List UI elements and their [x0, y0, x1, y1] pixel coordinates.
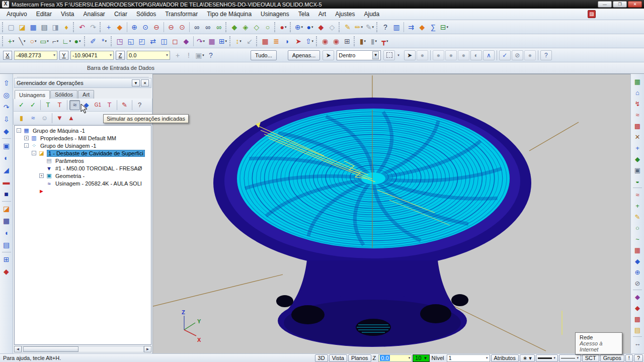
close-button[interactable]: ✕ [628, 1, 642, 8]
menu-item-transformar[interactable]: Transformar [160, 10, 202, 19]
chevron-down-icon[interactable]: ▾ [53, 53, 55, 57]
scroll-left-icon[interactable]: ◄ [14, 346, 22, 352]
chevron-down-icon[interactable]: ▾ [553, 356, 555, 360]
solid-red-icon[interactable]: ◆ [316, 22, 326, 32]
status-linestyle-button[interactable]: ▾ [536, 354, 558, 362]
edit-image-icon[interactable]: ▤ [632, 325, 643, 335]
tree-item[interactable]: ▼#1 - M50.00 TOROIDAL - FRESAØ [15, 164, 151, 172]
pencil-gray-icon[interactable]: ✎▾ [365, 22, 375, 32]
pattern-icon[interactable]: *▾ [99, 36, 109, 46]
report-icon[interactable]: ⊟▾ [439, 22, 449, 32]
xform-rotate-icon[interactable]: ↷▾ [196, 36, 206, 46]
save-icon[interactable]: ▦ [28, 22, 38, 32]
analyze-entity-icon[interactable]: ? [380, 22, 390, 32]
tree-item[interactable]: ≈Usinagem - 20582.4K - AULA SOLI [15, 179, 151, 187]
chevron-down-icon[interactable]: ▾ [409, 356, 411, 360]
chevron-down-icon[interactable]: ▾ [203, 39, 205, 43]
view-rotate2-icon[interactable]: ≈ [632, 190, 643, 200]
create-primitive-icon[interactable]: ●▾ [72, 36, 83, 46]
status-planos-button[interactable]: Planos [348, 354, 371, 362]
menu-item-vista[interactable]: Vista [56, 10, 78, 19]
zoom-in-icon[interactable]: ⊕ [129, 22, 139, 32]
solid-draft-icon[interactable]: ◪ [1, 203, 12, 214]
create-fillet-icon[interactable]: ⌐▾ [50, 36, 60, 46]
panel-collapse-button[interactable]: ▼ [132, 79, 140, 86]
selection-mode-select[interactable]: Dentro ▼ [337, 50, 381, 60]
flower-1-icon[interactable]: ◉ [320, 36, 330, 46]
chevron-down-icon[interactable]: ▾ [239, 39, 242, 43]
redo-icon[interactable]: ↷ [88, 22, 98, 32]
solid-history-icon[interactable]: ▤ [1, 239, 12, 250]
chevron-down-icon[interactable]: ▾ [364, 39, 366, 43]
scroll-thumb[interactable] [23, 346, 78, 352]
chevron-down-icon[interactable]: ▾ [375, 39, 377, 43]
solid-fillet-icon[interactable]: ◆ [1, 126, 12, 137]
restore-button[interactable]: ❐ [613, 1, 627, 8]
xform-array-icon[interactable]: ▦ [207, 36, 217, 46]
edit-curve-icon[interactable]: ~ [632, 234, 643, 244]
chevron-down-icon[interactable]: ▾ [110, 53, 112, 57]
tree-expander-icon[interactable]: - [17, 128, 21, 133]
chevron-down-icon[interactable]: ▼ [424, 356, 428, 360]
edit-multigrid-icon[interactable]: ▩ [632, 314, 643, 324]
chevron-down-icon[interactable]: ▾ [386, 39, 388, 43]
menu-item-art[interactable]: Art [314, 10, 331, 19]
edit-purple-icon[interactable]: ◆ [632, 292, 643, 302]
z-axis-button[interactable]: Z [116, 51, 125, 60]
rocket-icon[interactable]: ➤ [293, 36, 303, 46]
select-all-button[interactable]: Tudo... [251, 50, 277, 60]
simulate-ops-icon[interactable]: ≈ [69, 100, 80, 110]
create-polyline-icon[interactable]: ∟▾ [61, 36, 71, 46]
tree-expander-icon[interactable]: + [39, 173, 44, 178]
regen-dirty-icon[interactable]: T [54, 100, 65, 110]
binoculars-check-icon[interactable]: ∞ [214, 22, 224, 32]
new-file-icon[interactable]: ▢ [6, 22, 16, 32]
minimize-button[interactable]: — [598, 1, 612, 8]
window-select-button[interactable] [383, 50, 395, 60]
tree-expander-icon[interactable]: - [32, 151, 36, 155]
chevron-down-icon[interactable]: ▾ [372, 25, 374, 29]
menu-record-icon[interactable]: ▨ [588, 10, 596, 18]
select-disabled-2-icon[interactable]: ● [433, 50, 444, 60]
help-icon[interactable]: ? [206, 50, 216, 60]
edit-circle-icon[interactable]: ○ [632, 223, 643, 233]
solid-sweep-icon[interactable]: ↷ [1, 102, 12, 113]
edit-cube-icon[interactable]: ◆ [632, 256, 643, 266]
select-validate-icon[interactable]: ✓ [499, 50, 511, 60]
stock-icon[interactable]: ▮▾ [358, 36, 368, 46]
chevron-down-icon[interactable]: ▾ [13, 39, 15, 43]
data-entry-bar[interactable]: Barra de Entrada de Dados [0, 62, 644, 74]
analyze-solid-icon[interactable]: ◆ [417, 22, 427, 32]
status-linestyle2-button[interactable]: ▾ [559, 354, 581, 362]
move-up-icon[interactable]: ▲ [66, 113, 76, 123]
status-grupos-button[interactable]: Grupos [600, 354, 624, 362]
tree-item[interactable]: -◪1 - Desbaste de Cavidade de Superfíci [15, 149, 151, 157]
select-help-icon[interactable]: ? [540, 50, 552, 60]
tab-sólidos[interactable]: Sólidos [50, 90, 77, 99]
zoom-window-icon[interactable]: ⊙ [140, 22, 150, 32]
view-home-icon[interactable]: ⌂ [632, 87, 643, 98]
important-icon[interactable]: ! [184, 50, 194, 60]
select-cursor-icon[interactable]: ➤ [404, 50, 416, 60]
menu-item-sólidos[interactable]: Sólidos [132, 10, 160, 19]
print-icon[interactable]: ▤ [39, 22, 49, 32]
solid-revolve-icon[interactable]: ◎ [1, 89, 12, 101]
tree-item[interactable]: -⁘Grupo de Usinagem -1 [15, 142, 151, 149]
edit-pencil-icon[interactable]: ✎ [632, 212, 643, 222]
status-z-label[interactable]: Z [371, 355, 378, 361]
solid-extrude-icon[interactable]: ⇧ [1, 77, 12, 88]
chevron-down-icon[interactable]: ▾ [105, 39, 107, 43]
gview-shaded-icon[interactable]: ●▾ [305, 22, 315, 32]
chevron-down-icon[interactable]: ▾ [311, 25, 313, 29]
select-disabled-3-icon[interactable]: ● [445, 50, 457, 60]
xform-move-icon[interactable]: ◰ [137, 36, 147, 46]
xform-copy-icon[interactable]: ◱ [126, 36, 136, 46]
menu-item-ajustes[interactable]: Ajustes [331, 10, 359, 19]
measure-icon[interactable]: ↔ [632, 338, 643, 348]
tree-item[interactable]: +▣Geometria - [15, 172, 151, 179]
chevron-down-icon[interactable]: ▾ [24, 39, 26, 43]
solid-thicken-icon[interactable]: ◖ [1, 227, 12, 238]
graphics-viewport[interactable]: Z Y X [153, 74, 630, 353]
binoculars-2-icon[interactable]: ∞ [203, 22, 213, 32]
zoom-previous-icon[interactable]: ⊙ [177, 22, 187, 32]
